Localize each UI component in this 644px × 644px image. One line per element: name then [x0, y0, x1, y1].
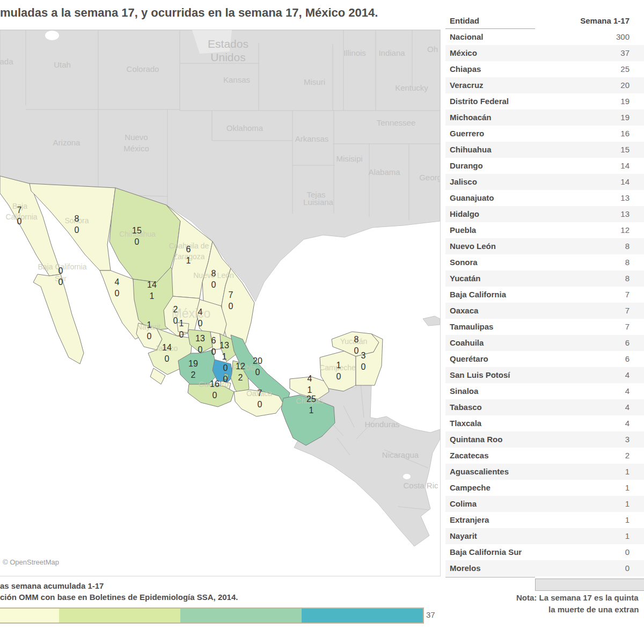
entity-value: 300 [616, 32, 630, 41]
table-row[interactable]: Sinaloa4 [445, 383, 644, 399]
map-place-label: Utah [54, 60, 71, 69]
entity-value: 20 [620, 80, 630, 90]
state-week17-label: 0 [354, 346, 359, 355]
state-value-label: 1 [147, 320, 152, 330]
entity-name: Sinaloa [450, 386, 478, 396]
entity-name: Yucatán [450, 274, 481, 283]
state-week17-label: 0 [165, 354, 170, 363]
entity-name: Distrito Federal [450, 97, 509, 106]
table-row[interactable]: San Luis Potosí4 [445, 367, 644, 383]
table-row[interactable]: Chiapas25 [445, 61, 644, 77]
entity-name: Baja California [450, 290, 506, 299]
entity-name: Baja California Sur [450, 547, 522, 557]
table-row[interactable]: Guerrero16 [445, 126, 644, 142]
map-place-label: Nuevo [125, 133, 148, 142]
entity-value: 1 [625, 515, 630, 524]
color-legend-bar[interactable] [0, 608, 424, 624]
state-week17-label: 0 [135, 237, 140, 246]
entity-value: 1 [625, 467, 630, 476]
entity-name: Guanajuato [450, 193, 494, 202]
state-week17-label: 0 [255, 368, 260, 377]
state-value-label: 1 [179, 319, 184, 328]
table-row[interactable]: Oaxaca7 [445, 303, 644, 319]
state-week17-label: 0 [198, 345, 203, 354]
state-value-label: 12 [236, 362, 245, 371]
table-row[interactable]: Coahuila6 [445, 335, 644, 351]
table-row[interactable]: Zacatecas2 [445, 448, 644, 464]
table-row[interactable]: Morelos0 [445, 560, 644, 576]
table-row[interactable]: Colima1 [445, 496, 644, 512]
entity-value: 8 [625, 274, 630, 283]
state-week17-label: 0 [179, 330, 184, 339]
table-row[interactable]: Veracruz20 [445, 77, 644, 93]
state-week17-label: 0 [173, 316, 178, 325]
horizontal-scrollbar[interactable] [535, 579, 644, 591]
table-row[interactable]: Querétaro6 [445, 351, 644, 367]
entity-value: 7 [625, 290, 630, 299]
table-row[interactable]: Tabasco4 [445, 399, 644, 415]
state-value-label: 2 [173, 305, 178, 314]
map-place-label: Misisipi [336, 154, 362, 163]
legend-color-segment [302, 609, 423, 623]
table-row[interactable]: Nuevo León8 [445, 238, 644, 254]
state-week17-label: 0 [229, 302, 233, 311]
table-row[interactable]: Hidalgo13 [445, 206, 644, 222]
table-row[interactable]: Chihuahua15 [445, 142, 644, 158]
map-place-label: Georg [419, 173, 440, 182]
entity-name: Querétaro [450, 354, 488, 363]
great-salt-lake [45, 31, 59, 40]
entity-value: 1 [625, 499, 630, 508]
table-row[interactable]: Baja California Sur0 [445, 544, 644, 560]
state-week17-label: 1 [309, 406, 314, 415]
table-row[interactable]: Guanajuato13 [445, 190, 644, 206]
table-row[interactable]: Quintana Roo3 [445, 431, 644, 448]
state-week17-label: 0 [211, 347, 216, 356]
table-row[interactable]: Jalisco14 [445, 174, 644, 190]
table-row[interactable]: Puebla12 [445, 222, 644, 238]
column-header-semana[interactable]: Semana 1-17 [580, 16, 630, 25]
entity-name: México [450, 48, 477, 57]
table-row[interactable]: Tamaulipas7 [445, 319, 644, 335]
table-row[interactable]: Durango14 [445, 158, 644, 174]
table-row[interactable]: Sonora8 [445, 254, 644, 270]
mexico-choropleth-map[interactable]: EstadosUnidosadaUtahColoradoKansasMisuri… [0, 30, 440, 576]
state-baja-california-sur[interactable] [33, 274, 84, 364]
entity-value: 14 [620, 177, 630, 186]
entity-name: Michoacán [450, 113, 492, 122]
table-row[interactable]: Aguascalientes1 [445, 464, 644, 480]
table-row[interactable]: Distrito Federal19 [445, 93, 644, 109]
table-row[interactable]: Baja California7 [445, 287, 644, 303]
map-place-label: Oklahoma [226, 123, 264, 133]
map-place-label: Misuri [304, 77, 325, 86]
table-row[interactable]: Nacional300 [445, 29, 644, 45]
state-value-label: 3 [361, 351, 366, 360]
entity-value: 19 [620, 97, 630, 106]
map-place-label: Kansas [223, 75, 250, 84]
note-line-2: la muerte de una extran [548, 605, 639, 614]
table-row[interactable]: México37 [445, 45, 644, 61]
table-row[interactable]: Extranjera1 [445, 512, 644, 528]
entity-name: Nuevo León [450, 241, 496, 251]
state-value-label: 6 [211, 336, 216, 345]
state-week17-label: 2 [191, 370, 196, 379]
table-row[interactable]: Michoacán19 [445, 109, 644, 126]
state-week17-label: 0 [336, 372, 341, 381]
state-value-label: 4 [308, 374, 312, 383]
entity-name: Coahuila [450, 338, 484, 347]
table-row[interactable]: Yucatán8 [445, 270, 644, 287]
state-value-label: 1 [336, 361, 341, 370]
entity-value: 4 [625, 402, 630, 412]
table-row[interactable]: Tlaxcala4 [445, 415, 644, 431]
table-row[interactable]: Nayarit1 [445, 528, 644, 544]
column-header-entidad[interactable]: Entidad [450, 16, 479, 25]
entity-name: Nacional [450, 32, 484, 41]
map-place-label: Nicaragua [382, 450, 419, 459]
table-row[interactable]: Campeche1 [445, 480, 644, 496]
state-value-label: 7 [17, 206, 22, 215]
map-place-label: Arizona [53, 138, 81, 147]
map-place-label: ada [0, 57, 13, 66]
state-value-label: 25 [306, 394, 316, 404]
entity-value: 1 [625, 483, 630, 492]
state-week17-label: 1 [150, 291, 155, 301]
state-value-label: 8 [354, 335, 359, 344]
